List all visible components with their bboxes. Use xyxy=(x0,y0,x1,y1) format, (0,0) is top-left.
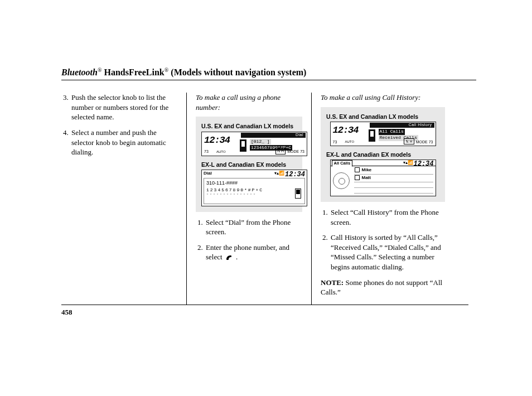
column-3: To make a call using Call History: U.S. … xyxy=(311,93,445,304)
col2-model-label-b: EX-L and Canadian EX models xyxy=(201,161,297,168)
lcd-clock: 12:34 xyxy=(333,124,359,137)
col3-heading: To make a call using Call History: xyxy=(321,93,445,103)
lcd-temp-left: 73 xyxy=(333,139,337,144)
lcd-nh: N H xyxy=(404,138,414,144)
lcd3-list: Mike Matt xyxy=(354,167,433,194)
col2-step2a: Enter the phone number, and select xyxy=(206,243,289,262)
list-item-blank xyxy=(354,188,433,194)
column-2: To make a call using a phone number: U.S… xyxy=(186,93,311,304)
col3-step1: Select “Call History” from the Phone scr… xyxy=(330,207,445,227)
title-hfl: HandsFreeLink xyxy=(102,67,165,77)
lcd-temp-left: 73 xyxy=(204,149,209,154)
lcd2-carets: ˅˅˅˅˅˅˅˅˅˅˅˅˅˅˅ xyxy=(206,193,257,199)
lcd-mode: MODE 73 xyxy=(416,139,433,144)
lcd3-tab: All Calls xyxy=(332,160,353,167)
lcd-title-text: Call History xyxy=(409,122,432,127)
col1-steps: Push the selector knob to list the numbe… xyxy=(61,93,177,157)
list-item: Matt xyxy=(354,175,433,182)
lcd-allcalls: All Calls xyxy=(379,129,405,135)
col3-illustration-panel: U.S. EX and Canadian LX models Call Hist… xyxy=(321,107,445,202)
col3-steps: Select “Call History” from the Phone scr… xyxy=(321,207,445,272)
lcd2-header: Dial xyxy=(204,171,212,177)
page-title: Bluetooth® HandsFreeLink® (Models withou… xyxy=(61,67,306,77)
lcd-title-text: Dial xyxy=(296,132,303,137)
handset-icon xyxy=(225,254,233,261)
lcd-keypad-row: 1234567890*#P+C xyxy=(250,145,292,151)
lcd2-number: 310-111-#### xyxy=(206,180,238,186)
phone-icon xyxy=(295,189,301,199)
contact-icon xyxy=(355,167,360,172)
col1-step4: Select a number and push the selector kn… xyxy=(70,128,177,157)
page-title-row: Bluetooth® HandsFreeLink® (Models withou… xyxy=(61,67,476,80)
col1-step3: Push the selector knob to list the numbe… xyxy=(70,93,177,122)
col2-lcd-b: Dial ▾▴📶 12:34 310-111-#### 1234567890*#… xyxy=(201,170,307,206)
col3-note: NOTE: Some phones do not support “All Ca… xyxy=(321,278,445,297)
col2-heading: To make a call using a phone number: xyxy=(196,93,302,112)
signal-icon: ▾▴📶 xyxy=(274,171,284,177)
lcd2-body: 310-111-#### 1234567890*#P+C ˅˅˅˅˅˅˅˅˅˅˅… xyxy=(204,178,305,204)
column-1: Push the selector knob to list the numbe… xyxy=(61,93,186,304)
note-label: NOTE: xyxy=(321,278,344,287)
title-suffix: (Models without navigation system) xyxy=(168,67,306,77)
knob-icon xyxy=(333,172,350,189)
signal-icon: ▾▴📶 xyxy=(403,160,413,166)
content-columns: Push the selector knob to list the numbe… xyxy=(61,93,476,304)
col3-lcd-a: Call History 12:34 All Calls Received Ca… xyxy=(330,122,436,146)
col3-model-label-b: EX-L and Canadian EX models xyxy=(326,151,439,158)
manual-page: Bluetooth® HandsFreeLink® (Models withou… xyxy=(0,0,532,396)
col2-illustration-panel: U.S. EX and Canadian LX models Dial 12:3… xyxy=(196,117,302,211)
lcd-auto: AUTO xyxy=(345,139,355,144)
list-item-blank xyxy=(354,182,433,188)
list-item-label: Mike xyxy=(362,167,372,172)
col2-lcd-a: Dial 12:34 [012_ ] 1234567890*#P+C 73 AU… xyxy=(201,132,307,156)
lcd-input-row: [012_ ] xyxy=(250,139,271,145)
col3-lcd-b: All Calls ▾▴📶 12:34 Mike Matt xyxy=(330,160,436,196)
col2-step2: Enter the phone number, and select . xyxy=(205,243,302,262)
page-number: 458 xyxy=(61,308,72,316)
lcd-auto: AUTO xyxy=(216,149,226,154)
phone-icon xyxy=(369,129,375,142)
page-number-row: 458 xyxy=(61,305,468,317)
lcd-clock: 12:34 xyxy=(204,134,230,147)
contact-icon xyxy=(355,175,360,180)
col3-model-label-a: U.S. EX and Canadian LX models xyxy=(326,113,439,120)
col2-step2b: . xyxy=(234,253,238,261)
col2-model-label-a: U.S. EX and Canadian LX models xyxy=(201,122,297,130)
col3-step2: Call History is sorted by “All Calls,” “… xyxy=(330,233,445,272)
title-reg1: ® xyxy=(98,67,102,73)
col2-step1: Select “Dial” from the Phone screen. xyxy=(205,218,302,237)
title-bluetooth: Bluetooth xyxy=(61,67,98,77)
list-item-label: Matt xyxy=(362,175,371,180)
col2-steps: Select “Dial” from the Phone screen. Ent… xyxy=(196,218,302,262)
phone-icon xyxy=(240,139,246,152)
list-item: Mike xyxy=(354,167,433,175)
lcd-mode: MODE 73 xyxy=(287,149,304,154)
lcd-nh: N H xyxy=(275,148,286,154)
